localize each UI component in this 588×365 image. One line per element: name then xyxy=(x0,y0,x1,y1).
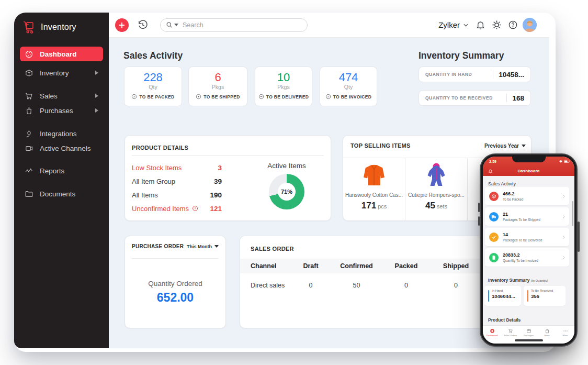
sidebar-item-label: Dashboard xyxy=(40,50,77,58)
sidebar-item-label: Inventory xyxy=(40,69,69,77)
search-input[interactable] xyxy=(183,21,302,29)
product-details-row-all-items[interactable]: All Items190 xyxy=(132,188,222,202)
info-icon xyxy=(192,205,198,212)
phone-metric-value: 21 xyxy=(503,212,540,218)
purchase-order-title: PURCHASE ORDER xyxy=(132,244,184,249)
app-logo: Inventory xyxy=(14,13,109,35)
sales-activity-card-to-be-invoiced[interactable]: 474QtyTO BE INVOICED xyxy=(320,67,377,106)
phone-mockup: 2:59 Dashboard Sales Activity 466.2To be… xyxy=(480,153,578,347)
search-scope-caret-icon[interactable] xyxy=(174,24,178,26)
metric-label: TO BE DELIVERED xyxy=(255,94,312,99)
inventory-summary-row-1[interactable]: QUANTITY TO BE RECEIVED168 xyxy=(419,90,531,106)
product-image xyxy=(343,162,405,189)
metric-value: 474 xyxy=(320,71,377,84)
org-selector[interactable]: Zylker xyxy=(438,20,468,29)
folder-icon xyxy=(25,190,33,198)
help-icon[interactable] xyxy=(508,20,518,30)
product-details-row-unconfirmed-items[interactable]: Unconfirmed Items121 xyxy=(132,202,222,215)
metric-unit: Pkgs xyxy=(189,84,247,90)
notifications-bell-icon[interactable] xyxy=(476,20,485,30)
phone-status-icons xyxy=(559,160,570,163)
expand-arrow-icon xyxy=(95,94,98,98)
sidebar-nav: DashboardInventorySalesPurchasesIntegrat… xyxy=(14,47,109,201)
phone-metric-card-quantity-to-be-invoiced[interactable]: 20833.2Quantity To be Invoiced xyxy=(485,248,569,267)
recent-history-icon[interactable] xyxy=(137,19,149,31)
check-icon xyxy=(489,233,499,242)
chevron-right-icon xyxy=(562,194,565,198)
product-image xyxy=(405,162,467,189)
sidebar-item-sales[interactable]: Sales xyxy=(20,89,103,103)
sidebar-item-inventory[interactable]: Inventory xyxy=(20,65,103,80)
cell-value: 0 xyxy=(290,282,332,289)
wifi-icon xyxy=(559,160,563,163)
sidebar-item-reports[interactable]: Reports xyxy=(20,163,103,178)
org-caret-icon xyxy=(463,24,468,27)
row-label: Unconfirmed Items xyxy=(132,205,189,213)
add-new-button[interactable] xyxy=(115,18,129,32)
search-bar[interactable] xyxy=(160,18,308,32)
expand-arrow-icon xyxy=(95,108,98,113)
phone-sales-activity-label: Sales Activity xyxy=(488,181,516,186)
bag-icon xyxy=(25,106,33,115)
top-selling-item-1[interactable]: Cutiepie Rompers-spo...45sets xyxy=(405,158,468,220)
chevron-right-icon xyxy=(562,215,565,219)
active-items-donut-chart: 71% xyxy=(269,174,304,209)
cart-icon xyxy=(25,92,33,101)
product-details-title: PRODUCT DETAILS xyxy=(132,145,188,151)
phone-metric-value: 14 xyxy=(503,232,542,238)
user-avatar[interactable] xyxy=(523,18,537,32)
nav-pkg-icon xyxy=(526,328,532,334)
phone-summary-value: 1046044... xyxy=(492,293,518,299)
sidebar-item-label: Purchases xyxy=(40,107,73,115)
phone-metric-card-packages-to-be-delivered[interactable]: 14Packages To be Delivered xyxy=(485,228,569,246)
sales-activity-card-to-be-shipped[interactable]: 6PkgsTO BE SHIPPED xyxy=(188,67,247,106)
chevron-right-icon xyxy=(562,235,565,239)
nav-more-icon xyxy=(563,328,568,334)
sidebar-item-dashboard[interactable]: Dashboard xyxy=(20,47,103,61)
sidebar-item-documents[interactable]: Documents xyxy=(20,186,103,201)
sales-activity-card-to-be-delivered[interactable]: 10PkgsTO BE DELIVERED xyxy=(255,67,312,106)
metric-value: 10 xyxy=(255,71,312,84)
row-label: Low Stock Items xyxy=(132,164,182,172)
column-header-draft: Draft xyxy=(290,262,332,270)
sidebar-item-integrations[interactable]: Integrations xyxy=(20,126,103,141)
summary-label: QUANTITY IN HAND xyxy=(425,72,472,77)
quantity-ordered-value: 652.00 xyxy=(125,291,225,305)
top-selling-period-filter[interactable]: Previous Year xyxy=(484,143,526,149)
metric-unit: Qty xyxy=(125,84,182,90)
phone-metric-label: To be Packed xyxy=(503,197,523,201)
nav-cart-icon xyxy=(508,328,513,334)
gauge-icon xyxy=(25,50,33,59)
cell-channel: Direct sales xyxy=(240,282,290,289)
inventory-summary-title: Inventory Summary xyxy=(419,50,504,61)
phone-summary-box-1[interactable]: To Be Received356 xyxy=(524,286,566,306)
sidebar-item-label: Reports xyxy=(40,167,64,175)
product-details-row-all-item-group[interactable]: All Item Group39 xyxy=(132,174,222,188)
quantity-ordered-label: Quantity Ordered xyxy=(125,280,225,287)
sidebar-item-active-channels[interactable]: Active Channels xyxy=(20,141,103,156)
phone-nav-more[interactable]: More xyxy=(556,328,574,344)
purchase-order-period-filter[interactable]: This Month xyxy=(187,244,219,249)
summary-value: 168 xyxy=(512,94,524,102)
cube-icon xyxy=(25,69,33,78)
column-header-packed: Packed xyxy=(381,262,431,270)
pulse-icon xyxy=(25,167,33,175)
inventory-summary-row-0[interactable]: QUANTITY IN HAND10458... xyxy=(419,67,531,82)
product-details-row-low-stock-items[interactable]: Low Stock Items3 xyxy=(132,161,222,174)
doc-icon xyxy=(489,253,499,262)
phone-nav-dashboard[interactable]: Dashboard xyxy=(483,328,501,344)
phone-metric-label: Packages To be Delivered xyxy=(503,238,542,242)
phone-summary-box-0[interactable]: In Hand1046044... xyxy=(484,286,521,306)
phone-metric-card-to-be-packed[interactable]: 466.2To be Packed xyxy=(485,187,569,205)
sales-activity-card-to-be-packed[interactable]: 228QtyTO BE PACKED xyxy=(124,67,182,106)
phone-metric-card-packages-to-be-shipped[interactable]: 21Packages To be Shipped xyxy=(485,207,569,226)
product-details-card: PRODUCT DETAILS Low Stock Items3All Item… xyxy=(125,135,331,221)
row-value: 190 xyxy=(210,191,222,199)
phone-metric-value: 466.2 xyxy=(503,191,523,197)
top-selling-item-0[interactable]: Hanswooly Cotton Cas...171pcs xyxy=(343,158,405,220)
sidebar-item-label: Documents xyxy=(40,190,75,198)
settings-gear-icon[interactable] xyxy=(492,20,502,30)
sidebar-item-purchases[interactable]: Purchases xyxy=(20,103,103,118)
metric-label: TO BE SHIPPED xyxy=(189,94,247,99)
column-header-shipped: Shipped xyxy=(431,262,481,270)
